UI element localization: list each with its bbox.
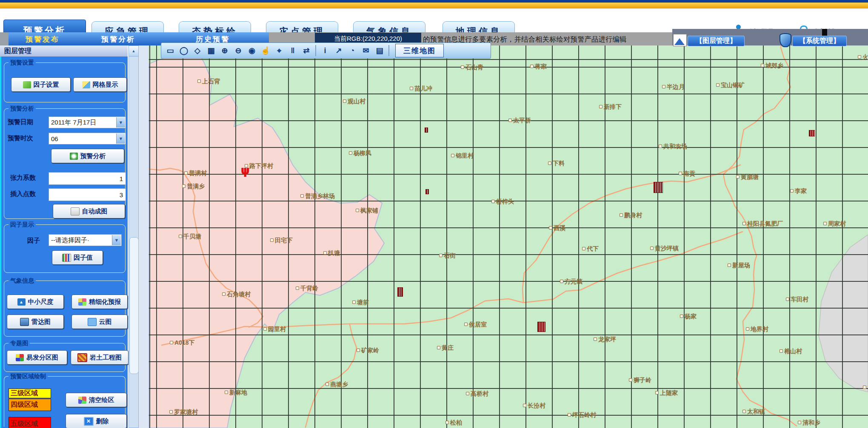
radar-button[interactable]: 雷达图 <box>7 315 64 329</box>
map-place-label: 石街 <box>439 252 456 260</box>
map-place-label: 园里村 <box>263 326 286 333</box>
scroll-up-arrow[interactable]: ▲ <box>129 46 138 57</box>
group-weather-info: 气象信息 ▲ 中小尺度 精细化预报 雷达图 云图 <box>4 281 126 337</box>
warning-analyze-icon <box>70 153 78 160</box>
factor-combobox[interactable]: --请选择因子·▼ <box>49 234 122 246</box>
system-shield-icon[interactable] <box>779 33 791 47</box>
fine-forecast-icon <box>78 298 86 306</box>
map-place-label: 普满乡 <box>182 183 205 190</box>
map-place-label: 新麻地 <box>225 389 247 397</box>
map-place-label: 坪石岭村 <box>568 411 596 419</box>
tension-input[interactable]: 1 <box>49 172 126 185</box>
refresh-icon[interactable]: ⇄ <box>300 45 313 57</box>
map-grid <box>149 45 868 428</box>
scrollbar-thumb[interactable] <box>129 237 139 374</box>
export-icon[interactable]: ↗ <box>332 45 345 57</box>
grid-icon[interactable]: ▦ <box>205 45 217 57</box>
map-place-label: 高桥村 <box>466 390 488 398</box>
map-place-label: 上随家 <box>655 389 678 397</box>
map-place-label: 锦里村 <box>451 152 474 160</box>
ruler-icon[interactable]: ▭ <box>164 45 177 57</box>
warning-analyze-button[interactable]: 预警分析 <box>51 149 124 163</box>
prone-zone-map-button[interactable]: 易发分区图 <box>7 350 67 365</box>
map-place-label: 李家 <box>790 187 807 195</box>
group-thematic-map: 专题图 易发分区图 岩土工程图 <box>4 343 126 372</box>
warning-time-combobox[interactable]: 06▼ <box>49 133 126 145</box>
map-place-label: 桥梓头 <box>491 198 514 206</box>
radar-icon <box>20 318 29 326</box>
sidebar-header: 图层管理 <box>0 45 128 57</box>
group-title: 因子显示 <box>9 221 36 229</box>
warning-date-combobox[interactable]: 2011年 7月17日▼ <box>49 116 126 128</box>
chevron-down-icon[interactable]: ▼ <box>116 117 125 128</box>
pan-hand-icon[interactable]: ☝ <box>259 45 272 57</box>
ellipse-measure-icon[interactable]: ◯ <box>177 45 190 57</box>
zoom-in-icon[interactable]: ⊕ <box>218 45 231 57</box>
map-place-label: 侯居室 <box>464 321 487 329</box>
map-place-label: 周家村 <box>823 220 846 228</box>
fine-forecast-button[interactable]: 精细化预报 <box>71 295 128 309</box>
map-canvas[interactable]: 上石背苗儿冲观山村石山青蒋家城郊乡火半边月宝山铜矿新排下太平桥共和农场黄腊塘南贡… <box>149 45 868 428</box>
map-place-label: 千贝塘 <box>179 233 201 241</box>
zoom-out-icon[interactable]: ⊖ <box>232 45 245 57</box>
factor-setting-button[interactable]: 因子设置 <box>11 77 71 92</box>
map-toolbar: ▭◯◇▦⊕⊖◉☝⌖‖⇄i↗◔✉▤ 三维地图 <box>161 43 491 59</box>
disaster-point-marker <box>425 128 428 133</box>
clear-draw-icon <box>78 397 86 404</box>
geotech-map-button[interactable]: 岩土工程图 <box>71 350 128 365</box>
nav-warning-publish[interactable]: 预警发布 <box>26 34 60 44</box>
layer-manager-icon[interactable] <box>673 34 687 46</box>
group-factor-display: 因子显示 因子 --请选择因子·▼ 因子值 <box>4 224 126 273</box>
sidebar-scrollbar[interactable]: ▲ <box>128 45 139 428</box>
clear-draw-button[interactable]: 清空绘区 <box>66 393 127 407</box>
mesoscale-button[interactable]: ▲ 中小尺度 <box>7 295 64 309</box>
insert-points-input[interactable]: 3 <box>49 188 126 201</box>
history-icon[interactable]: ◔ <box>346 45 359 57</box>
map-place-label: 榕山村 <box>779 348 802 355</box>
cloud-bubble-icon <box>88 318 97 326</box>
globe-icon[interactable]: ◉ <box>246 45 258 57</box>
chevron-down-icon[interactable]: ▼ <box>112 235 121 245</box>
layer-manager-button[interactable]: 【图层管理】 <box>688 36 745 46</box>
map-place-label: 普满村 <box>184 170 207 177</box>
chevron-down-icon[interactable]: ▼ <box>116 133 125 144</box>
mail-icon[interactable]: ✉ <box>360 45 372 57</box>
map-place-label: 石山青 <box>461 64 483 71</box>
zoom-select-icon[interactable]: ⌖ <box>273 45 286 57</box>
tension-label: 张力系数 <box>10 174 36 182</box>
insert-points-label: 插入点数 <box>10 190 36 198</box>
map-place-label: 地界村 <box>746 326 768 333</box>
disaster-point-marker <box>397 287 403 297</box>
map-place-label: 罗家塘村 <box>169 408 198 416</box>
info-icon[interactable]: i <box>319 45 331 57</box>
map-place-label: 石角塘村 <box>222 291 251 298</box>
print-icon[interactable]: ▤ <box>373 45 386 57</box>
disaster-point-marker <box>809 130 815 136</box>
grid-show-button[interactable]: 网格显示 <box>73 77 127 92</box>
nav-warning-analysis[interactable]: 预警分析 <box>101 34 135 44</box>
pause-icon[interactable]: ‖ <box>286 45 299 57</box>
map-place-label: 共和农场 <box>659 143 687 150</box>
map-3d-button[interactable]: 三维地图 <box>395 44 444 57</box>
map-place-label: 松柏 <box>445 419 462 427</box>
polygon-measure-icon[interactable]: ◇ <box>191 45 204 57</box>
auto-map-button[interactable]: 自动成图 <box>53 204 125 218</box>
warning-level-legend-5: 五级区域 <box>9 417 51 428</box>
geotech-icon <box>77 353 87 362</box>
disaster-point-marker <box>654 182 663 193</box>
map-place-label: 代下 <box>582 245 599 253</box>
delete-button[interactable]: ✕ 删除 <box>66 414 127 428</box>
map-place-label: 下料 <box>548 160 565 167</box>
system-manager-button[interactable]: 【系统管理】 <box>792 36 847 46</box>
panel-gap-strip <box>139 45 149 428</box>
map-place-label: 火 <box>858 54 868 61</box>
toolbar-separator <box>315 45 316 56</box>
map-place-label: 太平桥 <box>508 117 531 125</box>
map-place-label: 蒋家 <box>530 63 547 71</box>
cloud-button[interactable]: 云图 <box>71 315 128 329</box>
grid-show-icon <box>82 81 90 88</box>
group-title: 预警设置 <box>9 59 36 67</box>
factor-value-button[interactable]: 因子值 <box>52 250 103 265</box>
map-place-label: A018下 <box>170 339 194 347</box>
map-place-label: 龙家坪 <box>594 336 616 343</box>
